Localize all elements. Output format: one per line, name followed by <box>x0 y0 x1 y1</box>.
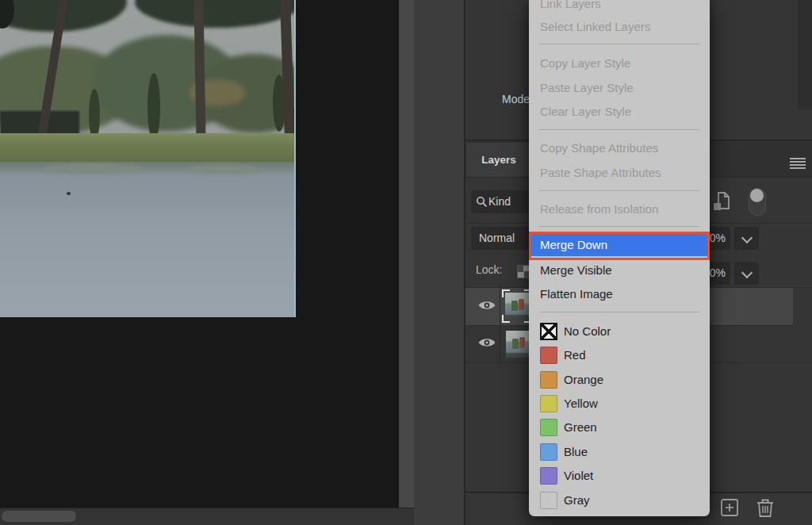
thumbnail-figure <box>519 337 525 348</box>
menu-item-label: Paste Layer Style <box>540 81 634 94</box>
color-swatch-red <box>540 347 557 364</box>
fill-value: 0% <box>710 266 726 279</box>
fill-dropdown-button[interactable] <box>734 262 759 285</box>
menu-item-label: Link Layers <box>540 0 601 10</box>
menu-item-gray[interactable]: Gray <box>529 489 710 512</box>
dock-edge-shade <box>798 0 812 109</box>
color-swatch-blue <box>540 443 557 461</box>
menu-item-blue[interactable]: Blue <box>529 440 710 464</box>
blend-mode-value: Normal <box>479 232 515 244</box>
menu-item-label: Copy Layer Style <box>540 56 630 70</box>
delete-layer-button[interactable] <box>755 496 776 522</box>
menu-item-label: Orange <box>564 373 603 386</box>
menu-item-copy-shape-attributes: Copy Shape Attributes <box>529 136 710 160</box>
menu-item-label: Paste Shape Attributes <box>540 166 661 179</box>
layers-context-menu: Link LayersSelect Linked LayersCopy Laye… <box>529 0 710 516</box>
lock-label: Lock: <box>476 263 502 276</box>
kind-label: Kind <box>488 195 511 208</box>
water-reflection <box>44 163 143 174</box>
menu-item-select-linked-layers: Select Linked Layers <box>529 15 710 39</box>
photoshop-window: Mode Layers Kind Normal 0% Lock: 0% <box>0 0 812 525</box>
menu-item-label: Violet <box>564 469 593 482</box>
horizontal-scrollbar-thumb[interactable] <box>2 511 76 522</box>
menu-item-label: Select Linked Layers <box>540 20 650 33</box>
menu-item-link-layers: Link Layers <box>529 0 710 16</box>
menu-separator <box>539 44 699 44</box>
chevron-down-icon <box>741 232 753 243</box>
menu-item-label: Release from Isolation <box>540 202 658 216</box>
filter-type-icon[interactable] <box>712 191 731 215</box>
chevron-down-icon <box>741 267 753 278</box>
menu-separator <box>539 190 699 191</box>
filter-toggle-switch[interactable] <box>749 188 766 216</box>
color-swatch-green <box>540 419 557 436</box>
menu-item-flatten-image[interactable]: Flatten Image <box>529 282 710 306</box>
menu-separator <box>539 129 699 130</box>
menu-item-label: Copy Shape Attributes <box>540 141 658 155</box>
menu-item-label: Green <box>564 420 597 434</box>
menu-item-release-from-isolation: Release from Isolation <box>529 197 710 221</box>
menu-item-label: Flatten Image <box>540 287 613 301</box>
menu-item-label: Clear Layer Style <box>540 105 631 118</box>
menu-separator <box>539 312 699 312</box>
menu-item-label: Merge Down <box>540 238 607 251</box>
layer1-visibility-eye-icon[interactable] <box>477 299 496 315</box>
tab-layers[interactable]: Layers <box>466 143 531 177</box>
menu-item-violet[interactable]: Violet <box>529 464 710 488</box>
menu-item-label: Blue <box>564 445 588 458</box>
menu-item-paste-shape-attributes: Paste Shape Attributes <box>529 161 710 185</box>
vertical-scrollbar[interactable] <box>399 0 416 508</box>
mode-label: Mode <box>502 93 530 105</box>
water-reflection <box>186 165 262 174</box>
menu-item-green[interactable]: Green <box>529 416 710 439</box>
no-color-icon <box>540 323 557 340</box>
menu-item-label: Gray <box>564 493 590 507</box>
layer2-visibility-eye-icon[interactable] <box>477 336 496 352</box>
workspace-gap <box>414 0 464 525</box>
menu-item-copy-layer-style: Copy Layer Style <box>529 52 710 75</box>
opacity-value: 0% <box>710 232 726 244</box>
menu-separator <box>539 226 699 227</box>
menu-item-merge-down[interactable]: Merge Down <box>531 234 707 256</box>
menu-item-clear-layer-style: Clear Layer Style <box>529 100 710 124</box>
opacity-dropdown-button[interactable] <box>734 227 759 250</box>
selected-thumbnail-brackets <box>505 293 529 320</box>
layer2-thumbnail[interactable] <box>506 331 530 358</box>
menu-item-orange[interactable]: Orange <box>529 368 710 392</box>
blend-mode-dropdown[interactable]: Normal <box>471 227 534 250</box>
thumbnail-figure <box>512 339 519 349</box>
panel-menu-icon[interactable] <box>790 158 806 169</box>
menu-item-label: Red <box>564 348 586 362</box>
menu-item-paste-layer-style: Paste Layer Style <box>529 76 710 100</box>
palm-frond-cluster <box>135 0 296 28</box>
menu-item-label: No Color <box>564 324 611 338</box>
cypress-tree <box>147 73 160 141</box>
lake-water <box>0 162 294 317</box>
menu-item-no-color[interactable]: No Color <box>529 320 710 343</box>
menu-item-merge-visible[interactable]: Merge Visible <box>529 259 710 282</box>
new-layer-button[interactable] <box>720 498 739 520</box>
grass-bank <box>0 133 294 163</box>
menu-item-red[interactable]: Red <box>529 343 710 367</box>
menu-item-yellow[interactable]: Yellow <box>529 392 710 416</box>
bird-on-water <box>67 192 71 195</box>
menu-item-label: Merge Visible <box>540 263 612 277</box>
document-canvas[interactable] <box>0 0 296 317</box>
color-swatch-orange <box>540 371 557 389</box>
color-swatch-gray <box>540 492 557 509</box>
menu-item-label: Yellow <box>564 397 598 410</box>
search-icon <box>476 196 488 211</box>
toggle-knob <box>750 189 764 202</box>
color-swatch-violet <box>540 467 557 485</box>
color-swatch-yellow <box>540 395 557 412</box>
